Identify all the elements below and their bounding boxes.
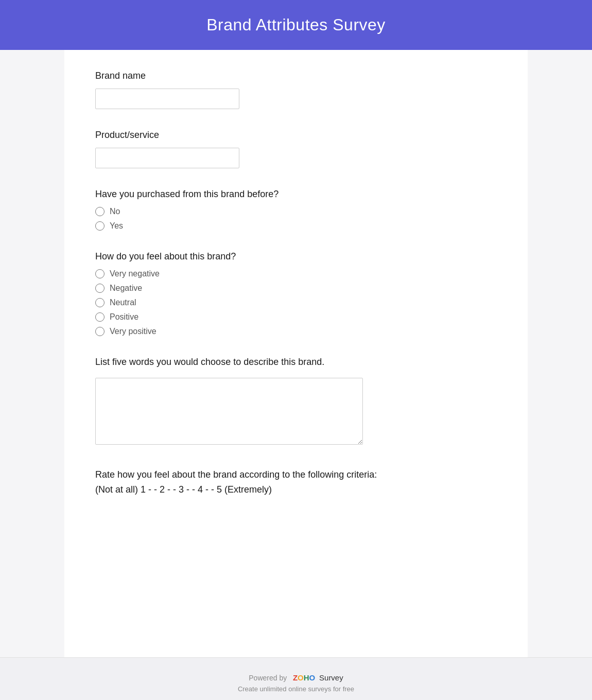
rate-criteria-line1: Rate how you feel about the brand accord… bbox=[95, 469, 377, 480]
purchased-no-option[interactable]: No bbox=[95, 207, 497, 216]
five-words-textarea[interactable] bbox=[95, 378, 363, 445]
feeling-positive-label: Positive bbox=[110, 312, 138, 322]
product-service-question: Product/service bbox=[95, 130, 497, 168]
survey-header: Brand Attributes Survey bbox=[0, 0, 592, 50]
feeling-neutral-radio[interactable] bbox=[95, 298, 105, 307]
survey-title: Brand Attributes Survey bbox=[10, 15, 582, 34]
purchased-no-label: No bbox=[110, 207, 120, 216]
purchased-before-options: No Yes bbox=[95, 207, 497, 231]
zoho-h: H bbox=[304, 673, 309, 682]
zoho-o2: O bbox=[309, 673, 316, 682]
powered-by-text: Powered by bbox=[249, 674, 287, 682]
brand-name-input[interactable] bbox=[95, 89, 239, 109]
feeling-very-negative-option[interactable]: Very negative bbox=[95, 269, 497, 278]
rate-criteria-line2: (Not at all) 1 - - 2 - - 3 - - 4 - - 5 (… bbox=[95, 484, 272, 495]
footer-tagline: Create unlimited online surveys for free bbox=[10, 685, 582, 693]
feeling-very-positive-label: Very positive bbox=[110, 327, 156, 336]
rate-criteria-question: Rate how you feel about the brand accord… bbox=[95, 467, 497, 497]
five-words-question: List five words you would choose to desc… bbox=[95, 357, 497, 447]
purchased-yes-option[interactable]: Yes bbox=[95, 221, 497, 231]
brand-name-question: Brand name bbox=[95, 71, 497, 109]
brand-feeling-label: How do you feel about this brand? bbox=[95, 251, 497, 262]
feeling-very-negative-radio[interactable] bbox=[95, 269, 105, 278]
feeling-very-positive-option[interactable]: Very positive bbox=[95, 327, 497, 336]
purchased-before-question: Have you purchased from this brand befor… bbox=[95, 189, 497, 231]
five-words-label: List five words you would choose to desc… bbox=[95, 357, 497, 367]
survey-content: Brand name Product/service Have you purc… bbox=[64, 50, 528, 657]
feeling-negative-radio[interactable] bbox=[95, 284, 105, 293]
brand-feeling-question: How do you feel about this brand? Very n… bbox=[95, 251, 497, 336]
brand-feeling-options: Very negative Negative Neutral Positive … bbox=[95, 269, 497, 336]
zoho-z: Z bbox=[293, 673, 298, 682]
feeling-negative-label: Negative bbox=[110, 284, 142, 293]
feeling-positive-option[interactable]: Positive bbox=[95, 312, 497, 322]
feeling-positive-radio[interactable] bbox=[95, 312, 105, 322]
purchased-yes-radio[interactable] bbox=[95, 221, 105, 231]
feeling-very-positive-radio[interactable] bbox=[95, 327, 105, 336]
purchased-no-radio[interactable] bbox=[95, 207, 105, 216]
feeling-neutral-option[interactable]: Neutral bbox=[95, 298, 497, 307]
feeling-very-negative-label: Very negative bbox=[110, 269, 160, 278]
zoho-o1: O bbox=[298, 673, 304, 682]
feeling-neutral-label: Neutral bbox=[110, 298, 136, 307]
rate-criteria-text: Rate how you feel about the brand accord… bbox=[95, 467, 497, 497]
brand-name-label: Brand name bbox=[95, 71, 497, 81]
purchased-before-label: Have you purchased from this brand befor… bbox=[95, 189, 497, 200]
survey-word: Survey bbox=[319, 673, 343, 682]
footer-powered-text: Powered by ZOHO Survey bbox=[10, 673, 582, 682]
feeling-negative-option[interactable]: Negative bbox=[95, 284, 497, 293]
product-service-label: Product/service bbox=[95, 130, 497, 141]
product-service-input[interactable] bbox=[95, 148, 239, 168]
purchased-yes-label: Yes bbox=[110, 221, 123, 231]
zoho-logo: ZOHO bbox=[293, 673, 315, 682]
footer: Powered by ZOHO Survey Create unlimited … bbox=[0, 657, 592, 700]
